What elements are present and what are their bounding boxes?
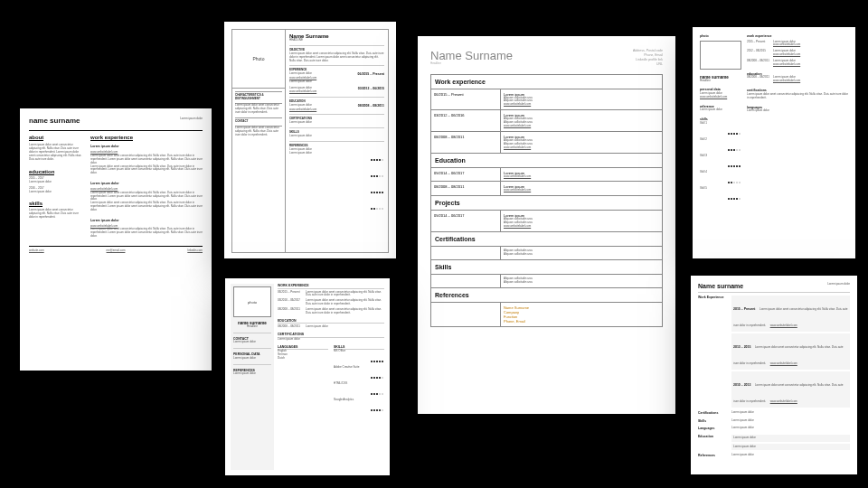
job-title: Lorem ipsum dolor [90,145,119,148]
work-heading: work experience [747,34,848,39]
address-block: Address, Postal codePhone, EmailLinkedIn… [633,49,663,67]
exp-date-1: 06/2015 – Present [358,72,384,77]
work-heading: Work experience [435,79,486,85]
about-heading: about [29,135,43,141]
skills-heading: skills [29,201,42,207]
languages-heading: Languages [698,427,727,431]
references-heading: References [698,454,727,458]
skill-dots [371,148,384,213]
projects-heading: Projects [435,200,460,206]
name: name surname [29,117,83,125]
headline: Headline [430,62,513,66]
certifications-heading: Certifications [435,236,476,242]
references-heading: References [435,292,469,298]
photo-placeholder [700,41,741,70]
name: Name Surname [430,49,513,62]
footer-link[interactable]: website.com [29,249,44,253]
headline: Headline [233,325,271,329]
work-heading: Work Experience [698,296,727,408]
education-heading: Education [698,435,727,451]
photo-placeholder: Photo [232,30,285,89]
skills-heading: Skills [435,264,451,270]
work-date-1: 06/2015 – Present [434,92,464,97]
about-text: Lorem ipsum dolor amet consectetur adipi… [29,144,83,161]
resume-template-4: photo name surname Headline CONTACT Lore… [225,278,390,475]
photo-placeholder: photo [233,286,271,317]
education-heading: education [29,169,54,175]
resume-template-6: Name surname Lorem ipsum dolor Work Expe… [691,276,857,474]
resume-template-3: Name Surname Headline Address, Postal co… [418,36,675,414]
photo-heading: photo [700,34,741,39]
resume-template-1: name surname Lorem ipsum dolor about Lor… [20,108,212,371]
name: Name surname [698,283,743,289]
characteristics-heading: CHARACTERISTICS & DISTINGUISHMENT [235,91,282,104]
resume-template-5: photo name surname Headline personal dat… [693,27,855,258]
work-heading: work experience [90,135,133,141]
headline: Headline [700,80,741,83]
resume-template-2: Photo CHARACTERISTICS & DISTINGUISHMENT … [224,22,396,258]
address: Lorem ipsum dolor [83,117,203,125]
education-heading: Education [435,157,466,164]
skill-dots [371,350,384,366]
certifications-heading: Certifications [698,411,727,416]
headline: HEADLINE [289,39,384,42]
skills-heading: Skills [698,419,727,424]
